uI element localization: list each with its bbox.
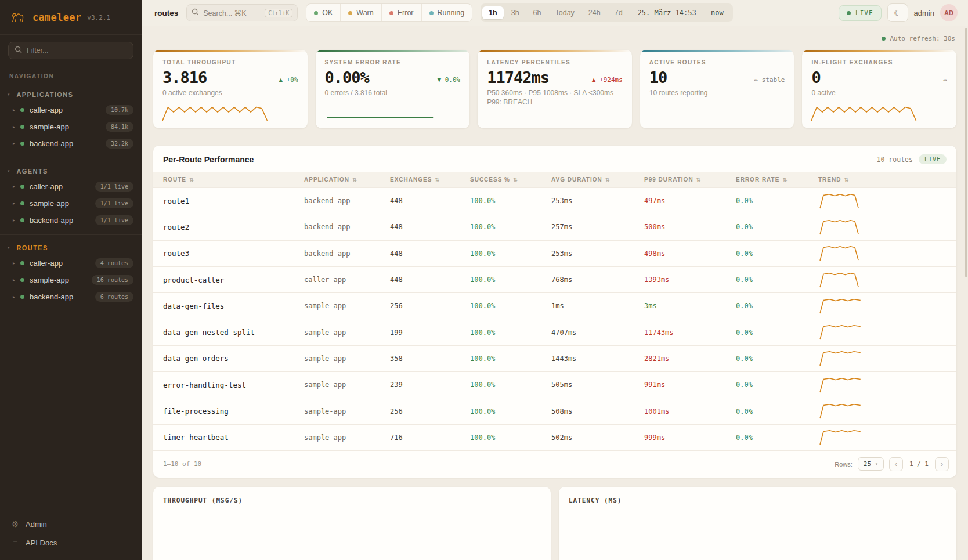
column-header-route[interactable]: ROUTE⇅ [163, 176, 304, 183]
date-range[interactable]: 25. März 14:53 — now [630, 9, 731, 17]
live-status-badge[interactable]: LIVE [839, 5, 882, 21]
range-button-24h[interactable]: 24h [582, 6, 607, 19]
table-row[interactable]: data-gen-orders sample-app 358 100.0% 14… [153, 345, 956, 371]
table-row[interactable]: route1 backend-app 448 100.0% 253ms 497m… [153, 187, 956, 214]
column-header-error-rate[interactable]: ERROR RATE⇅ [736, 176, 818, 183]
sidebar-item-applications-sample-app[interactable]: ▸ sample-app 84.1k [0, 118, 142, 135]
table-row[interactable]: data-gen-nested-split sample-app 199 100… [153, 319, 956, 345]
chart-title: LATENCY (MS) [569, 497, 947, 504]
sidebar-filter[interactable] [8, 42, 133, 59]
section-header-routes[interactable]: ▾ ROUTES [0, 240, 142, 255]
route-exchanges: 448 [390, 197, 470, 205]
topbar-right: LIVE ☾ admin AD [839, 3, 958, 22]
kpi-active-routes: ACTIVE ROUTES 10 ⇔ stable 10 routes repo… [640, 50, 794, 128]
table-row[interactable]: error-handling-test sample-app 239 100.0… [153, 371, 956, 398]
avatar[interactable]: AD [940, 4, 958, 21]
kpi-accent-bar [640, 50, 794, 52]
kpi-subtitle: 0 active exchanges [162, 89, 298, 97]
filter-input[interactable] [27, 46, 127, 55]
table-row[interactable]: route3 backend-app 448 100.0% 253ms 498m… [153, 240, 956, 266]
sidebar-item-routes-caller-app[interactable]: ▸ caller-app 4 routes [0, 255, 142, 272]
route-name: timer-heartbeat [163, 433, 304, 442]
route-trend-sparkline [818, 375, 956, 395]
kpi-subtitle-2: P99: BREACH [487, 98, 623, 106]
sidebar-item-applications-caller-app[interactable]: ▸ caller-app 10.7k [0, 102, 142, 118]
sort-icon: ⇅ [696, 177, 702, 183]
sidebar-item-api-docs[interactable]: ≡ API Docs [10, 538, 131, 547]
logo[interactable]: cameleer v3.2.1 [0, 0, 142, 35]
next-page-button[interactable]: › [935, 457, 949, 471]
sidebar-item-routes-sample-app[interactable]: ▸ sample-app 16 routes [0, 272, 142, 288]
rows-per-page-label: Rows: [835, 461, 853, 468]
filter-chip-warn[interactable]: Warn [340, 4, 381, 21]
filter-chip-running[interactable]: Running [421, 4, 472, 21]
prev-page-button[interactable]: ‹ [889, 457, 903, 471]
range-button-6h[interactable]: 6h [527, 6, 548, 19]
table-footer: 1–10 of 10 Rows: 25 ▾ ‹ 1 / 1 › [153, 450, 956, 478]
scrollbar[interactable] [965, 28, 967, 277]
moon-icon: ☾ [894, 8, 901, 17]
kpi-subtitle: 0 active [811, 89, 947, 97]
route-trend-sparkline [818, 297, 956, 316]
column-header-exchanges[interactable]: EXCHANGES⇅ [390, 176, 470, 183]
column-header-p99-duration[interactable]: P99 DURATION⇅ [644, 176, 736, 183]
range-button-today[interactable]: Today [549, 6, 581, 19]
user-name: admin [914, 9, 934, 17]
route-p99-duration: 2821ms [644, 355, 736, 363]
route-p99-duration: 11743ms [644, 328, 736, 337]
theme-toggle-button[interactable]: ☾ [887, 3, 908, 22]
table-header-row: ROUTE⇅ APPLICATION⇅ EXCHANGES⇅ SUCCESS %… [153, 172, 956, 187]
column-header-trend[interactable]: TREND⇅ [818, 176, 956, 183]
column-header-success[interactable]: SUCCESS %⇅ [470, 176, 551, 183]
table-row[interactable]: file-processing sample-app 256 100.0% 50… [153, 398, 956, 424]
kpi-value: 11742ms [487, 70, 549, 85]
search-input[interactable]: Search... ⌘K Ctrl+K [186, 4, 298, 21]
chevron-right-icon: ▸ [13, 277, 15, 283]
sidebar-item-routes-backend-app[interactable]: ▸ backend-app 6 routes [0, 288, 142, 305]
section-header-agents[interactable]: ▾ AGENTS [0, 163, 142, 178]
rows-per-page-select[interactable]: 25 ▾ [858, 457, 884, 471]
kpi-total-throughput: TOTAL THROUGHPUT 3.816 ▲ +0% 0 active ex… [153, 50, 308, 128]
kpi-delta: ⇔ stable [754, 76, 785, 85]
kpi-system-error-rate: SYSTEM ERROR RATE 0.00% ▼ 0.0% 0 errors … [316, 50, 470, 128]
sidebar-item-agents-sample-app[interactable]: ▸ sample-app 1/1 live [0, 195, 142, 212]
column-header-avg-duration[interactable]: AVG DURATION⇅ [551, 176, 644, 183]
chevron-right-icon: ▸ [13, 141, 15, 146]
sort-icon: ⇅ [352, 177, 357, 183]
route-p99-duration: 1393ms [644, 276, 736, 284]
chevron-down-icon: ▾ [8, 169, 10, 174]
live-badge: 1/1 live [95, 215, 133, 225]
range-button-3h[interactable]: 3h [505, 6, 526, 19]
route-name: route3 [163, 249, 304, 258]
route-error-rate: 0.0% [736, 223, 818, 231]
route-name: route2 [163, 223, 304, 232]
kpi-subtitle: 10 routes reporting [649, 89, 785, 97]
filter-chip-error[interactable]: Error [381, 4, 421, 21]
count-badge: 32.2k [106, 139, 133, 149]
kpi-row: TOTAL THROUGHPUT 3.816 ▲ +0% 0 active ex… [153, 50, 956, 128]
table-row[interactable]: route2 backend-app 448 100.0% 257ms 500m… [153, 214, 956, 240]
route-trend-sparkline [818, 428, 956, 447]
app-title: cameleer [32, 12, 81, 23]
route-avg-duration: 508ms [551, 407, 644, 416]
sidebar-item-agents-caller-app[interactable]: ▸ caller-app 1/1 live [0, 178, 142, 195]
topbar: routes Search... ⌘K Ctrl+K OK Warn [142, 0, 968, 26]
sidebar-item-admin[interactable]: ⚙ Admin [10, 519, 131, 529]
table-row[interactable]: data-gen-files sample-app 256 100.0% 1ms… [153, 292, 956, 319]
time-range-group: 1h 3h 6h Today 24h 7d 25. März 14:53 — n… [481, 3, 733, 22]
table-row[interactable]: timer-heartbeat sample-app 716 100.0% 50… [153, 424, 956, 450]
range-button-1h[interactable]: 1h [482, 6, 504, 19]
table-row[interactable]: product-caller caller-app 448 100.0% 768… [153, 266, 956, 292]
column-header-application[interactable]: APPLICATION⇅ [304, 176, 390, 183]
route-app: backend-app [304, 250, 390, 258]
range-button-7d[interactable]: 7d [608, 6, 629, 19]
section-header-applications[interactable]: ▾ APPLICATIONS [0, 86, 142, 102]
route-p99-duration: 991ms [644, 381, 736, 389]
route-app: caller-app [304, 276, 390, 284]
sidebar-item-applications-backend-app[interactable]: ▸ backend-app 32.2k [0, 135, 142, 152]
sidebar-item-agents-backend-app[interactable]: ▸ backend-app 1/1 live [0, 212, 142, 229]
status-dot [20, 261, 24, 265]
status-dot [20, 125, 24, 129]
route-p99-duration: 3ms [644, 302, 736, 310]
filter-chip-ok[interactable]: OK [306, 4, 340, 21]
